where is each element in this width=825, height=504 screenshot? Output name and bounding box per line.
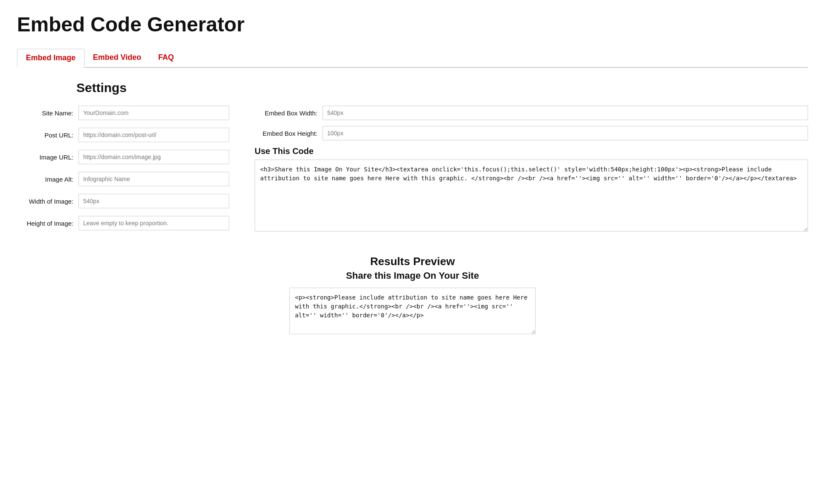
height-of-image-label: Height of Image: (17, 220, 79, 227)
results-preview-section: Results Preview Share this Image On Your… (17, 255, 808, 336)
height-of-image-input[interactable] (79, 216, 229, 230)
image-alt-row: Image Alt: (17, 172, 229, 186)
tab-faq[interactable]: FAQ (150, 49, 182, 67)
embed-box-height-input[interactable] (323, 126, 808, 140)
post-url-label: Post URL: (17, 132, 79, 139)
width-of-image-label: Width of Image: (17, 198, 79, 205)
use-this-code-title: Use This Code (255, 146, 808, 156)
post-url-input[interactable] (79, 128, 229, 142)
height-of-image-row: Height of Image: (17, 216, 229, 230)
results-preview-textarea[interactable] (289, 288, 536, 334)
tabs-container: Embed Image Embed Video FAQ (17, 49, 808, 68)
site-name-label: Site Name: (17, 109, 79, 117)
embed-box-height-label: Embed Box Height: (255, 130, 323, 137)
results-preview-subtitle: Share this Image On Your Site (17, 270, 808, 281)
embed-box-width-label: Embed Box Width: (255, 109, 323, 117)
embed-box-width-input[interactable] (323, 106, 808, 120)
results-preview-title: Results Preview (17, 255, 808, 268)
left-panel: Site Name: Post URL: Image URL: Image Al… (17, 106, 229, 238)
right-panel: Embed Box Width: Embed Box Height: Use T… (255, 106, 808, 233)
settings-title: Settings (76, 81, 808, 95)
generated-code-textarea[interactable] (255, 160, 808, 232)
page-title: Embed Code Generator (17, 13, 808, 36)
image-url-input[interactable] (79, 150, 229, 164)
post-url-row: Post URL: (17, 128, 229, 142)
site-name-row: Site Name: (17, 106, 229, 120)
image-url-label: Image URL: (17, 154, 79, 161)
image-url-row: Image URL: (17, 150, 229, 164)
settings-layout: Site Name: Post URL: Image URL: Image Al… (17, 106, 808, 238)
embed-box-width-row: Embed Box Width: (255, 106, 808, 120)
image-alt-input[interactable] (79, 172, 229, 186)
image-alt-label: Image Alt: (17, 176, 79, 183)
site-name-input[interactable] (79, 106, 229, 120)
width-of-image-row: Width of Image: (17, 194, 229, 208)
embed-box-height-row: Embed Box Height: (255, 126, 808, 140)
tab-embed-video[interactable]: Embed Video (84, 49, 150, 67)
width-of-image-input[interactable] (79, 194, 229, 208)
tab-embed-image[interactable]: Embed Image (17, 49, 84, 68)
